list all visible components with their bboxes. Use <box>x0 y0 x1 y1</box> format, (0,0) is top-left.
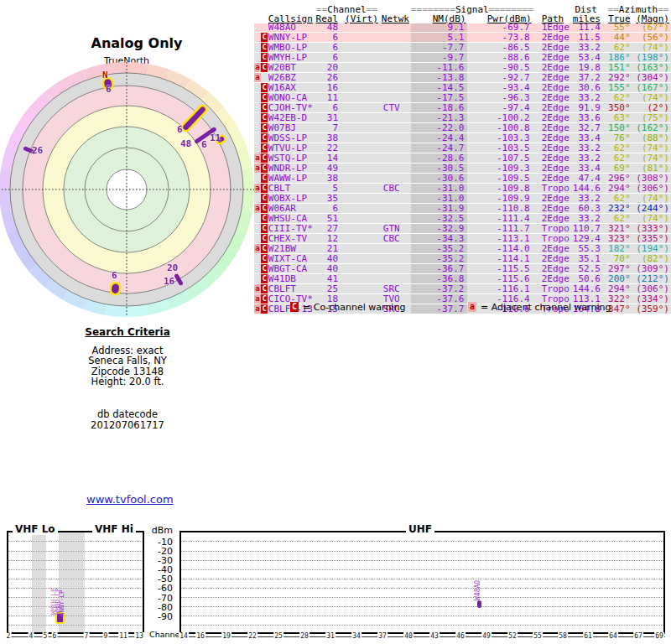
callsign-cell: W41DB <box>268 274 315 284</box>
tvfool-link[interactable]: www.tvfool.com <box>86 493 174 506</box>
co-channel-warning-cell <box>261 73 268 83</box>
col-real: Real <box>315 15 341 24</box>
azimuth-true-cell: 155° <box>606 83 634 93</box>
co-channel-warning-badge: C <box>261 214 268 223</box>
nm-db-cell: -21.3 <box>411 113 467 123</box>
vhf-lo-band-label: VHF Lo <box>13 524 58 535</box>
azimuth-true-cell: 321° <box>606 224 634 234</box>
path-cell: Tropo <box>533 184 570 194</box>
col-path: Path <box>533 15 570 24</box>
search-height-line: Height: 20.0 ft. <box>48 377 207 387</box>
path-cell: 2Edge <box>533 174 570 184</box>
co-channel-warning-badge: C <box>261 174 268 183</box>
dbm-gridline <box>181 597 663 598</box>
path-cell: 2Edge <box>533 53 570 63</box>
virtual-channel-cell <box>341 194 378 204</box>
channel-tick-label: 13 <box>134 632 144 640</box>
virtual-channel-cell <box>341 73 378 83</box>
network-cell: GTN <box>378 224 411 234</box>
col-miles: miles <box>570 15 606 24</box>
adjacent-warning-cell: a <box>254 164 261 174</box>
channel-tick-label: 49 <box>481 632 492 640</box>
network-cell: CBC <box>378 184 411 194</box>
callsign-cell: W07BJ <box>268 123 315 133</box>
adjacent-warning-cell <box>254 83 261 93</box>
azimuth-true-cell: 186° <box>606 53 634 63</box>
distance-cell: 33.2 <box>570 214 606 224</box>
azimuth-magnetic-cell: (359°) <box>634 304 671 314</box>
co-channel-warning-badge: C <box>261 184 268 193</box>
virtual-channel-cell <box>341 23 378 33</box>
virtual-channel-cell <box>341 234 378 244</box>
nm-db-cell: -35.2 <box>411 254 467 264</box>
adjacent-warning-cell <box>254 23 261 33</box>
nm-db-cell: -24.7 <box>411 143 467 153</box>
azimuth-true-cell: 62° <box>606 214 634 224</box>
radar-marker-WMYH-LP <box>110 283 121 295</box>
path-cell: 2Edge <box>533 43 570 53</box>
adjacent-warning-cell <box>254 133 261 143</box>
co-channel-warning-cell: C <box>261 43 268 53</box>
azimuth-magnetic-cell: (162°) <box>634 123 671 133</box>
channel-tick-label: 37 <box>377 632 388 640</box>
channel-tick-label: 11 <box>118 632 128 640</box>
network-cell <box>378 113 411 123</box>
co-channel-warning-badge: C <box>261 254 268 263</box>
real-channel-cell: 6 <box>315 43 341 53</box>
co-channel-warning-cell: C <box>261 123 268 133</box>
radar-marker-label: 6 <box>177 125 183 134</box>
co-channel-warning-cell: C <box>261 244 268 254</box>
virtual-channel-cell <box>341 133 378 143</box>
network-cell <box>378 143 411 153</box>
real-channel-cell: 31 <box>315 113 341 123</box>
channel-tick-label: 4 <box>29 632 34 640</box>
azimuth-magnetic-cell: (306°) <box>634 184 671 194</box>
adjacent-warning-badge: a <box>254 164 261 173</box>
adjacent-warning-cell: a <box>254 63 261 73</box>
station-row-CJOH-TV*: CCJOH-TV*6CTV-18.6-97.42Edge91.9350°(2°) <box>254 103 671 113</box>
station-row-W42EB-D: CW42EB-D31-21.3-100.22Edge33.663°(75°) <box>254 113 671 123</box>
power-dbm-cell: -109.8 <box>467 184 533 194</box>
adjacent-warning-cell: a <box>254 204 261 214</box>
real-channel-cell: 27 <box>315 224 341 234</box>
azimuth-group-header: ==Azimuth== <box>606 6 671 15</box>
azimuth-magnetic-cell: (167°) <box>634 83 671 93</box>
adjacent-warning-cell <box>254 103 261 113</box>
callsign-cell: CHEX-TV <box>268 234 315 244</box>
path-cell: Tropo <box>533 234 570 244</box>
dbm-gridline <box>8 541 143 542</box>
real-channel-cell: 38 <box>315 174 341 184</box>
azimuth-magnetic-cell: (306°) <box>634 284 671 294</box>
distance-cell: 33.2 <box>570 93 606 103</box>
radar-marker-label: N <box>102 70 108 80</box>
path-cell: 2Edge <box>533 164 570 174</box>
nm-db-cell: -17.5 <box>411 93 467 103</box>
co-channel-warning-cell: C <box>261 234 268 244</box>
channel-tick-label: 7 <box>84 632 90 640</box>
adjacent-warning-cell <box>254 264 261 274</box>
station-row-WMBO-LP: CWMBO-LP6-7.7-86.52Edge33.262°(74°) <box>254 43 671 53</box>
distance-cell: 33.4 <box>570 133 606 143</box>
nm-db-cell: -36.7 <box>411 264 467 274</box>
co-channel-warning-badge: C <box>261 153 268 163</box>
co-channel-warning-cell: C <box>261 63 268 73</box>
network-cell <box>378 254 411 264</box>
adjacent-warning-cell <box>254 254 261 264</box>
co-channel-warning-cell: C <box>261 93 268 103</box>
virtual-channel-cell <box>341 143 378 153</box>
power-dbm-cell: -93.4 <box>467 83 533 93</box>
distance-cell: 30.6 <box>570 83 606 93</box>
callsign-cell: WAWW-LP <box>268 174 315 184</box>
nm-db-cell: -36.8 <box>411 274 467 284</box>
adjacent-warning-cell: a <box>254 284 261 294</box>
azimuth-true-cell: 232° <box>606 204 634 214</box>
co-channel-warning-cell: C <box>261 214 268 224</box>
adjacent-warning-badge: a <box>254 73 261 82</box>
power-dbm-cell: -109.3 <box>467 164 533 174</box>
adjacent-warning-cell <box>254 93 261 103</box>
co-channel-warning-cell: C <box>261 294 268 304</box>
power-dbm-cell: -97.4 <box>467 103 533 113</box>
azimuth-true-cell: 62° <box>606 43 634 53</box>
adjacent-warning-badge: a <box>254 184 261 193</box>
power-dbm-cell: -103.3 <box>467 133 533 143</box>
